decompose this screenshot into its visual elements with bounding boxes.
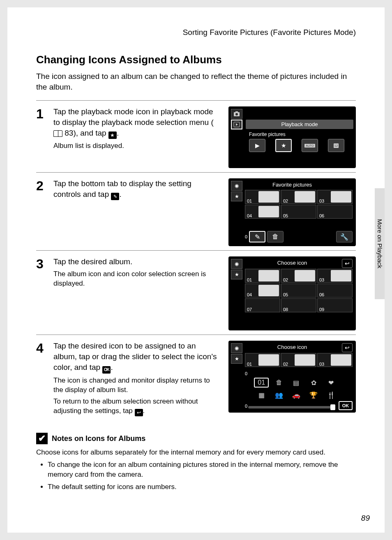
play-mode-icon: ▶ [249, 139, 265, 152]
album-cell: 04 [245, 205, 280, 219]
trophy-icon: 🏆 [306, 390, 321, 400]
slider-handle [330, 404, 335, 410]
step-3: 3 Tap the desired album. The album icon … [36, 250, 356, 335]
album-cell: 02 [281, 190, 316, 204]
bottom-label: 0 [245, 234, 247, 239]
step-number: 3 [36, 256, 48, 330]
step1-note: Album list is displayed. [53, 141, 220, 151]
ok-icon: OK [102, 366, 111, 374]
trash-button: 🗑 [267, 231, 284, 242]
edit-button: ✎ [249, 231, 265, 242]
album-cell: 07 [245, 298, 280, 312]
star-icon: ★ [108, 132, 117, 139]
slider-label: 0 [245, 404, 247, 408]
album-cell: 03 [317, 353, 353, 367]
heart-icon: ❤ [324, 378, 339, 388]
album-cell: 02 [281, 353, 316, 367]
step2-text-b: . [119, 190, 121, 198]
album-cell: 08 [281, 298, 316, 312]
album-cell: 01 [245, 190, 280, 204]
star-tab-icon: ★ [231, 192, 242, 201]
screen1-subtitle: Favorite pictures [249, 132, 353, 137]
camera-icon: ◉ [231, 259, 242, 269]
image-icon: ▤ [289, 378, 304, 388]
trash-icon: 🗑 [271, 378, 286, 388]
notes-intro: Choose icons for albums separately for t… [36, 448, 356, 457]
album-cell: 06 [317, 284, 353, 298]
album-cell: 03 [317, 190, 353, 204]
back-icon: ↩ [342, 343, 353, 352]
step-number: 1 [36, 106, 48, 168]
svg-rect-1 [235, 111, 238, 113]
row-label: 0 [245, 371, 247, 376]
step1-ref: 83), and tap [62, 129, 108, 137]
step4-note-a: The icon is changed and monitor display … [53, 376, 220, 395]
star-tab-icon: ★ [231, 354, 242, 364]
page-title: Changing Icons Assigned to Albums [36, 53, 356, 66]
album-cell: 09 [317, 298, 353, 312]
edit-icon: ✎ [111, 193, 119, 200]
screen1-title: Playback mode [246, 120, 353, 129]
step1-text-b: . [117, 129, 119, 137]
number-icon: 01 [254, 378, 269, 388]
intro-text: The icon assigned to an album can be cha… [36, 71, 356, 92]
step3-text-a: Tap the desired album. [53, 257, 132, 266]
svg-marker-4 [236, 123, 238, 126]
step1-screen: Playback mode Favorite pictures ▶ ★ AUTO… [228, 106, 356, 168]
step3-note: The album icon and icon color selection … [53, 270, 220, 288]
camera-icon: ◉ [231, 181, 242, 191]
camera-icon [231, 109, 242, 119]
wrench-button: 🔧 [336, 231, 353, 242]
auto-sort-icon: AUTO [302, 139, 318, 152]
star-tab-icon: ★ [231, 270, 242, 279]
album-cell: 04 [245, 284, 280, 298]
page-number: 89 [361, 514, 370, 523]
step4-text-b: . [111, 363, 113, 372]
book-icon [53, 130, 62, 137]
back-icon: ↩ [135, 409, 143, 416]
camera-icon: ◉ [231, 343, 242, 353]
car-icon: 🚗 [289, 390, 304, 400]
screen3-title: Choose icon [245, 260, 339, 266]
album-cell: 05 [281, 205, 316, 219]
album-cell: 01 [245, 353, 280, 367]
ok-button: OK [339, 401, 353, 410]
color-slider [248, 406, 334, 408]
flower-icon: ✿ [306, 378, 321, 388]
film-icon: ▦ [254, 390, 269, 400]
step-2: 2 Tap the bottom tab to display the sett… [36, 172, 356, 250]
calendar-icon: 12 [328, 139, 344, 152]
notes-item: The default setting for icons are number… [48, 482, 356, 492]
step4-screen: ◉ ★ Choose icon ↩ 01 02 03 0 01 🗑 ▤ ✿ ❤ [228, 341, 356, 413]
notes-title: Notes on Icons for Albums [52, 434, 145, 443]
album-cell: 03 [317, 269, 353, 283]
check-icon: ✔ [36, 433, 48, 444]
step2-screen: ◉ ★ Favorite pictures 01 02 03 04 05 06 … [228, 178, 356, 246]
fork-icon: 🍴 [324, 390, 339, 400]
play-icon [231, 120, 242, 129]
step4-note-c: . [143, 407, 145, 415]
step-number: 4 [36, 341, 48, 416]
favorites-icon: ★ [275, 139, 292, 152]
step-1: 1 Tap the playback mode icon in playback… [36, 100, 356, 172]
step4-note-b: To return to the album selection screen … [53, 397, 198, 415]
album-cell: 06 [317, 205, 353, 219]
people-icon: 👥 [271, 390, 286, 400]
notes-item: To change the icon for an album containi… [48, 460, 356, 480]
step-4: 4 Tap the desired icon to be assigned to… [36, 335, 356, 420]
step1-text-a: Tap the playback mode icon in playback m… [53, 107, 214, 127]
screen2-title: Favorite pictures [245, 182, 339, 188]
back-icon: ↩ [342, 259, 353, 268]
section-tab: More on Playback [375, 188, 385, 299]
screen4-title: Choose icon [245, 344, 339, 350]
album-cell: 05 [281, 284, 316, 298]
step3-screen: ◉ ★ Choose icon ↩ 01 02 03 04 05 06 07 0… [228, 256, 356, 330]
svg-point-2 [235, 113, 238, 115]
album-cell: 02 [281, 269, 316, 283]
step2-text-a: Tap the bottom tab to display the settin… [53, 179, 191, 198]
album-cell: 01 [245, 269, 280, 283]
step4-text-a: Tap the desired icon to be assigned to a… [53, 342, 217, 371]
breadcrumb: Sorting Favorite Pictures (Favorite Pict… [36, 28, 356, 37]
notes-section: ✔ Notes on Icons for Albums Choose icons… [36, 433, 356, 492]
step-number: 2 [36, 178, 48, 246]
